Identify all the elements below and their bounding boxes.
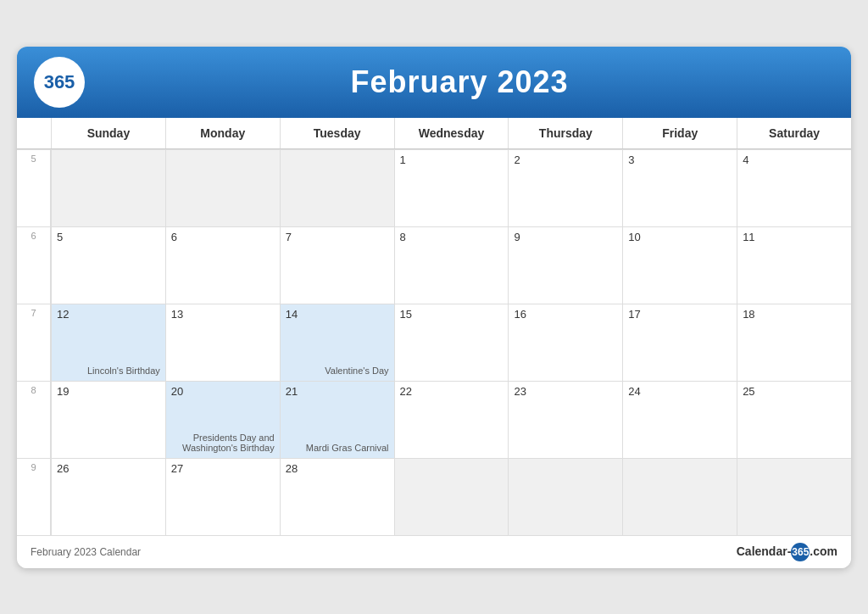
day-of-week-header: Thursday	[508, 118, 622, 148]
calendar-day-cell[interactable]: 12Lincoln's Birthday	[51, 304, 165, 381]
event-label: Mardi Gras Carnival	[306, 443, 389, 453]
calendar-day-cell[interactable]: 8	[394, 227, 509, 304]
calendar-week-row: 9262728	[17, 458, 851, 535]
day-number: 12	[57, 308, 160, 321]
calendar-day-cell[interactable]: 7	[280, 227, 394, 304]
calendar-header: 365 February 2023	[17, 47, 851, 118]
day-number: 19	[57, 385, 160, 398]
calendar-week-row: 51234	[17, 149, 851, 226]
calendar-day-cell[interactable]: 25	[737, 382, 851, 458]
footer-label: February 2023 Calendar	[31, 546, 141, 558]
day-number: 8	[400, 231, 504, 243]
calendar-day-cell[interactable]: 26	[51, 459, 165, 535]
calendar-day-cell[interactable]	[394, 459, 509, 535]
week-number: 7	[17, 304, 51, 381]
calendar-day-cell[interactable]: 16	[508, 304, 622, 381]
day-number: 9	[514, 231, 617, 243]
event-label: Valentine's Day	[325, 366, 388, 376]
calendar-day-cell[interactable]: 14Valentine's Day	[280, 304, 394, 381]
week-number: 5	[17, 150, 51, 226]
calendar-day-cell[interactable]: 10	[622, 227, 737, 304]
day-of-week-header: Sunday	[51, 118, 165, 148]
calendar-day-cell[interactable]: 2	[508, 150, 622, 226]
footer-brand-text: Calendar-	[737, 544, 792, 558]
week-number: 8	[17, 382, 51, 458]
day-number: 28	[286, 462, 389, 475]
footer-brand-badge: 365	[791, 543, 810, 561]
calendar-day-cell[interactable]: 24	[622, 382, 737, 458]
footer-brand: Calendar-365.com	[737, 543, 837, 561]
day-number: 13	[171, 308, 275, 321]
week-num-header	[17, 118, 51, 148]
day-number: 22	[400, 385, 504, 398]
calendar-day-cell[interactable]: 5	[51, 227, 165, 304]
day-number: 16	[514, 308, 617, 321]
calendar-week-row: 81920Presidents Day and Washington's Bir…	[17, 381, 851, 458]
calendar-title: February 2023	[85, 64, 834, 100]
day-number: 10	[628, 231, 732, 243]
calendar-week-row: 712Lincoln's Birthday1314Valentine's Day…	[17, 304, 851, 381]
day-of-week-header: Tuesday	[280, 118, 394, 148]
calendar-day-cell[interactable]: 9	[508, 227, 622, 304]
calendar-day-cell[interactable]: 28	[280, 459, 394, 535]
calendar-day-cell[interactable]	[622, 459, 737, 535]
calendar-day-cell[interactable]: 18	[737, 304, 851, 381]
week-number: 9	[17, 459, 51, 535]
day-number: 25	[743, 385, 846, 398]
day-of-week-header: Wednesday	[394, 118, 509, 148]
calendar-day-cell[interactable]: 21Mardi Gras Carnival	[280, 382, 394, 458]
day-number: 6	[171, 231, 275, 243]
day-headers-row: SundayMondayTuesdayWednesdayThursdayFrid…	[17, 118, 851, 149]
day-number: 20	[171, 385, 275, 398]
event-label: Presidents Day and Washington's Birthday	[166, 433, 275, 453]
day-number: 4	[743, 154, 846, 166]
day-number: 27	[171, 462, 275, 475]
day-number: 23	[514, 385, 617, 398]
calendar-day-cell[interactable]: 15	[394, 304, 509, 381]
day-number: 26	[57, 462, 160, 475]
day-number: 1	[400, 154, 504, 166]
calendar-day-cell[interactable]	[280, 150, 394, 226]
calendar-day-cell[interactable]: 1	[394, 150, 509, 226]
calendar-day-cell[interactable]: 22	[394, 382, 509, 458]
day-number: 7	[286, 231, 389, 243]
calendar-grid: 512346567891011712Lincoln's Birthday1314…	[17, 149, 851, 535]
day-number: 2	[514, 154, 617, 166]
calendar-day-cell[interactable]	[165, 150, 280, 226]
calendar-week-row: 6567891011	[17, 226, 851, 304]
calendar-day-cell[interactable]	[737, 459, 851, 535]
day-number: 17	[628, 308, 732, 321]
day-of-week-header: Monday	[165, 118, 280, 148]
calendar-footer: February 2023 Calendar Calendar-365.com	[17, 535, 851, 568]
day-number: 21	[286, 385, 389, 398]
calendar-day-cell[interactable]: 23	[508, 382, 622, 458]
day-of-week-header: Friday	[622, 118, 737, 148]
week-number: 6	[17, 227, 51, 304]
calendar-day-cell[interactable]: 6	[165, 227, 280, 304]
footer-brand-suffix: .com	[810, 544, 837, 558]
day-of-week-header: Saturday	[737, 118, 851, 148]
day-number: 15	[400, 308, 504, 321]
calendar-day-cell[interactable]: 3	[622, 150, 737, 226]
calendar-day-cell[interactable]: 20Presidents Day and Washington's Birthd…	[165, 382, 280, 458]
calendar-day-cell[interactable]: 11	[737, 227, 851, 304]
event-label: Lincoln's Birthday	[87, 366, 160, 376]
day-number: 24	[628, 385, 732, 398]
calendar-day-cell[interactable]: 27	[165, 459, 280, 535]
day-number: 11	[743, 231, 846, 243]
day-number: 5	[57, 231, 160, 243]
calendar-container: 365 February 2023 SundayMondayTuesdayWed…	[17, 47, 851, 568]
day-number: 14	[286, 308, 389, 321]
calendar-day-cell[interactable]: 13	[165, 304, 280, 381]
calendar-day-cell[interactable]: 4	[737, 150, 851, 226]
calendar-day-cell[interactable]	[508, 459, 622, 535]
calendar-day-cell[interactable]: 19	[51, 382, 165, 458]
day-number: 18	[743, 308, 846, 321]
logo-badge: 365	[34, 57, 85, 108]
calendar-day-cell[interactable]: 17	[622, 304, 737, 381]
calendar-day-cell[interactable]	[51, 150, 165, 226]
day-number: 3	[628, 154, 732, 166]
